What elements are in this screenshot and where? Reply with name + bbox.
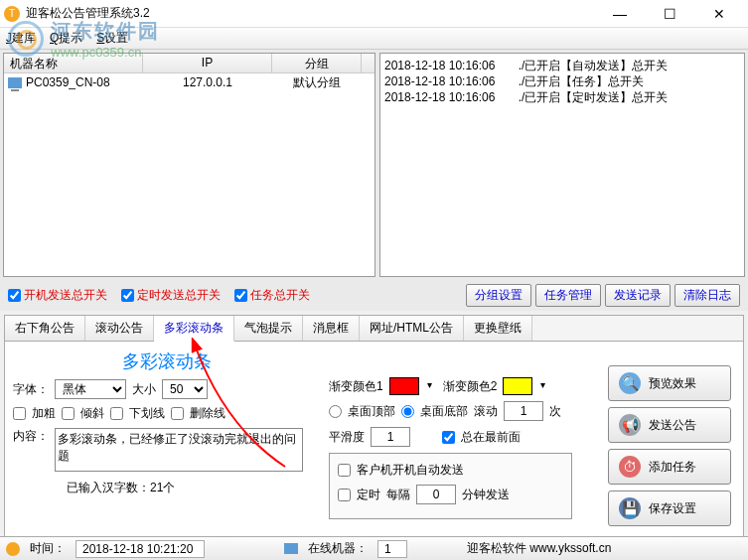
- interval-input[interactable]: [416, 485, 456, 504]
- grad2-color-picker[interactable]: [503, 377, 532, 395]
- form-mid: 渐变颜色1 渐变颜色2 桌面顶部 桌面底部 滚动 次 平滑度 总在最前面 客: [329, 350, 572, 532]
- magnifier-icon: 🔍: [619, 372, 641, 394]
- cell-ip: 127.0.0.1: [143, 75, 272, 89]
- tab-wallpaper[interactable]: 更换壁纸: [464, 316, 532, 341]
- app-icon: [4, 6, 20, 22]
- panel-heading: 多彩滚动条: [13, 350, 321, 373]
- menu-settings[interactable]: S设置: [96, 30, 128, 47]
- log-panel[interactable]: 2018-12-18 10:16:06 ./已开启【自动发送】总开关 2018-…: [379, 53, 745, 277]
- clear-log-button[interactable]: 清除日志: [674, 284, 740, 307]
- italic-label: 倾斜: [80, 405, 104, 422]
- content-label: 内容：: [13, 428, 49, 445]
- brand-text: 迎客松软件 www.ykssoft.cn: [467, 540, 611, 557]
- tab-color-scroll[interactable]: 多彩滚动条: [154, 316, 234, 342]
- send-button[interactable]: 📢发送公告: [608, 407, 731, 443]
- timed-checkbox[interactable]: [338, 489, 351, 501]
- grad2-label: 渐变颜色2: [443, 378, 498, 395]
- tab-corner-notice[interactable]: 右下角公告: [5, 316, 85, 341]
- menubar: J建库 Q提示 S设置: [0, 28, 748, 50]
- scroll-count-input[interactable]: [504, 401, 543, 421]
- tab-bubble[interactable]: 气泡提示: [234, 316, 303, 341]
- menu-jianku[interactable]: J建库: [6, 30, 36, 47]
- group-settings-button[interactable]: 分组设置: [466, 284, 531, 307]
- auto-send-panel: 客户机开机自动发送 定时 每隔 分钟发送: [329, 453, 572, 519]
- pc-icon: [8, 77, 22, 88]
- scroll-unit: 次: [549, 403, 561, 420]
- italic-checkbox[interactable]: [62, 407, 75, 420]
- interval-unit: 分钟发送: [462, 487, 510, 503]
- machine-list: 机器名称 IP 分组 PC0359_CN-08 127.0.0.1 默认分组: [3, 53, 375, 277]
- tab-scroll-notice[interactable]: 滚动公告: [85, 316, 154, 341]
- cell-group: 默认分组: [272, 74, 362, 91]
- auto-send-label: 客户机开机自动发送: [357, 462, 464, 479]
- close-button[interactable]: ✕: [704, 6, 734, 22]
- boot-switch-checkbox[interactable]: [8, 289, 21, 302]
- task-switch-checkbox[interactable]: [234, 289, 247, 302]
- bold-checkbox[interactable]: [13, 407, 26, 420]
- auto-send-checkbox[interactable]: [338, 464, 351, 477]
- scroll-label: 滚动: [474, 403, 498, 420]
- speaker-icon: 📢: [619, 414, 641, 436]
- timed-switch-label: 定时发送总开关: [137, 287, 221, 304]
- tab-msgbox[interactable]: 消息框: [303, 316, 360, 341]
- cell-machine-name: PC0359_CN-08: [26, 75, 110, 89]
- menu-tip[interactable]: Q提示: [50, 30, 82, 47]
- add-task-button[interactable]: ⏱添加任务: [608, 449, 731, 485]
- pos-bottom-radio[interactable]: [401, 405, 414, 418]
- content-textarea[interactable]: 多彩滚动条，已经修正了没滚动完就退出的问题: [55, 428, 303, 472]
- grid-header: 机器名称 IP 分组: [4, 54, 374, 73]
- timed-label: 定时: [357, 487, 380, 503]
- timed-switch-checkbox[interactable]: [121, 289, 134, 302]
- form-right: 🔍预览效果 📢发送公告 ⏱添加任务 💾保存设置: [580, 350, 735, 532]
- underline-checkbox[interactable]: [110, 407, 123, 420]
- switch-bar: 开机发送总开关 定时发送总开关 任务总开关 分组设置 任务管理 发送记录 清除日…: [0, 280, 748, 311]
- col-name[interactable]: 机器名称: [4, 54, 143, 72]
- log-line: 2018-12-18 10:16:06 ./已开启【任务】总开关: [384, 73, 740, 89]
- tab-url-html[interactable]: 网址/HTML公告: [360, 316, 464, 341]
- smooth-label: 平滑度: [329, 429, 365, 446]
- send-record-button[interactable]: 发送记录: [605, 284, 671, 307]
- table-row[interactable]: PC0359_CN-08 127.0.0.1 默认分组: [4, 73, 374, 91]
- bold-label: 加粗: [32, 405, 56, 422]
- maximize-button[interactable]: ☐: [655, 6, 684, 22]
- save-icon: 💾: [619, 497, 641, 519]
- main-area: 机器名称 IP 分组 PC0359_CN-08 127.0.0.1 默认分组 2…: [0, 50, 748, 280]
- col-group[interactable]: 分组: [272, 54, 362, 72]
- topmost-label: 总在最前面: [461, 429, 521, 446]
- font-select[interactable]: 黑体: [55, 379, 126, 399]
- grad1-color-picker[interactable]: [389, 377, 419, 395]
- pos-top-label: 桌面顶部: [348, 403, 395, 420]
- online-count: 1: [377, 540, 407, 558]
- smooth-input[interactable]: [371, 427, 410, 447]
- underline-label: 下划线: [129, 405, 165, 422]
- clock-icon: ⏱: [619, 456, 641, 478]
- statusbar: 时间： 2018-12-18 10:21:20 在线机器： 1 迎客松软件 ww…: [0, 536, 748, 560]
- font-label: 字体：: [13, 381, 49, 398]
- strike-checkbox[interactable]: [171, 407, 184, 420]
- strike-label: 删除线: [190, 405, 225, 422]
- task-manage-button[interactable]: 任务管理: [535, 284, 601, 307]
- tabs-area: 右下角公告 滚动公告 多彩滚动条 气泡提示 消息框 网址/HTML公告 更换壁纸…: [4, 315, 744, 545]
- task-switch-label: 任务总开关: [250, 287, 310, 304]
- form-left: 多彩滚动条 字体： 黑体 大小 50 加粗 倾斜 下划线 删除线 内容： 多彩滚…: [13, 350, 321, 532]
- boot-switch-label: 开机发送总开关: [24, 287, 107, 304]
- log-line: 2018-12-18 10:16:06 ./已开启【定时发送】总开关: [384, 89, 740, 105]
- status-icon: [6, 542, 20, 556]
- interval-label: 每隔: [386, 487, 410, 503]
- minimize-button[interactable]: —: [605, 6, 635, 22]
- pos-bottom-label: 桌面底部: [420, 403, 468, 420]
- pc-icon: [284, 543, 298, 554]
- char-count: 已输入汉字数：21个: [13, 478, 321, 496]
- window-title: 迎客松公告管理系统3.2: [26, 5, 605, 22]
- time-label: 时间：: [30, 540, 66, 557]
- size-select[interactable]: 50: [162, 379, 208, 399]
- preview-button[interactable]: 🔍预览效果: [608, 365, 731, 401]
- col-ip[interactable]: IP: [143, 54, 272, 72]
- topmost-checkbox[interactable]: [442, 431, 455, 444]
- pos-top-radio[interactable]: [329, 405, 342, 418]
- save-button[interactable]: 💾保存设置: [608, 490, 731, 526]
- log-line: 2018-12-18 10:16:06 ./已开启【自动发送】总开关: [384, 58, 740, 73]
- time-value: 2018-12-18 10:21:20: [75, 540, 205, 558]
- tabstrip: 右下角公告 滚动公告 多彩滚动条 气泡提示 消息框 网址/HTML公告 更换壁纸: [5, 316, 743, 342]
- tab-body: 多彩滚动条 字体： 黑体 大小 50 加粗 倾斜 下划线 删除线 内容： 多彩滚…: [5, 342, 743, 540]
